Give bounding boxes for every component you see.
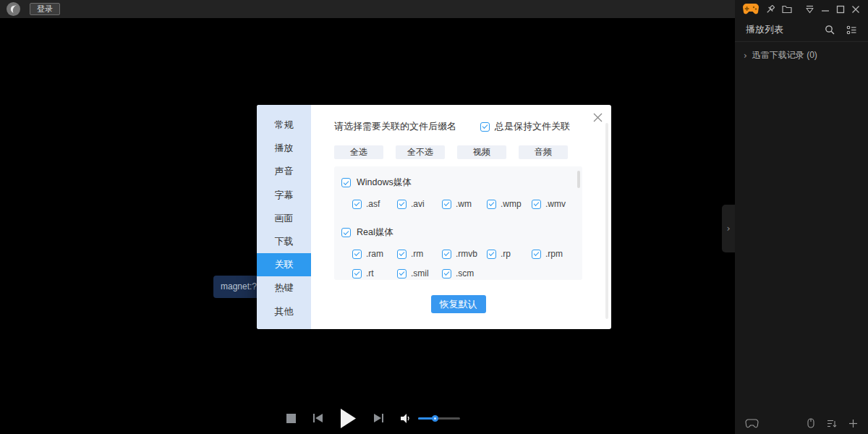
extension-label: .wm xyxy=(456,199,472,209)
dialog-tab-下载[interactable]: 下载 xyxy=(257,230,311,253)
filter-button-视频[interactable]: 视频 xyxy=(457,145,506,159)
extension-item[interactable]: .rpm xyxy=(532,249,576,259)
checkbox-checked-icon[interactable] xyxy=(532,200,541,209)
extension-item[interactable]: .asf xyxy=(352,199,397,209)
mouse-button[interactable] xyxy=(805,417,817,429)
pin-button[interactable] xyxy=(765,4,775,15)
checkbox-checked-icon[interactable] xyxy=(352,200,362,209)
dialog-tab-其他[interactable]: 其他 xyxy=(257,300,311,323)
extension-item[interactable]: .wmv xyxy=(532,199,576,209)
filter-button-音频[interactable]: 音频 xyxy=(519,145,568,159)
dialog-tab-画面[interactable]: 画面 xyxy=(257,207,311,230)
close-window-button[interactable] xyxy=(851,4,860,15)
gamepad-outline-icon xyxy=(745,419,759,428)
panel-collapse-handle[interactable]: › xyxy=(722,205,735,252)
extension-item[interactable]: .wmp xyxy=(487,199,532,209)
folder-button[interactable] xyxy=(782,4,792,15)
skin-menu-button[interactable] xyxy=(805,4,814,15)
extension-item[interactable]: .rm xyxy=(397,249,442,259)
group-checkbox-row[interactable]: Real媒体 xyxy=(341,226,575,239)
minimize-button[interactable] xyxy=(821,4,830,15)
login-button[interactable]: 登录 xyxy=(30,3,60,15)
extension-label: .rmvb xyxy=(456,249,477,259)
group-label: Real媒体 xyxy=(357,226,393,239)
group-checkbox-row[interactable]: Windows媒体 xyxy=(341,176,575,189)
extension-item[interactable]: .scm xyxy=(442,268,487,278)
checkbox-checked-icon[interactable] xyxy=(442,250,451,259)
gamepad-icon xyxy=(743,4,759,14)
group-label: Windows媒体 xyxy=(357,176,412,189)
play-icon xyxy=(341,409,356,428)
checkbox-checked-icon[interactable] xyxy=(480,122,490,132)
game-center-button[interactable] xyxy=(744,417,759,429)
footer-actions xyxy=(805,417,859,429)
volume-icon xyxy=(401,414,412,423)
stop-button[interactable] xyxy=(286,414,296,423)
extension-item[interactable]: .ram xyxy=(352,249,397,259)
dialog-tab-关联[interactable]: 关联 xyxy=(257,253,311,276)
search-icon xyxy=(825,25,835,35)
stop-icon xyxy=(286,414,296,423)
checkbox-checked-icon[interactable] xyxy=(341,178,351,187)
maximize-icon xyxy=(836,5,845,14)
extension-item[interactable]: .smil xyxy=(397,268,442,278)
keep-association-checkbox-row[interactable]: 总是保持文件关联 xyxy=(480,120,570,133)
checkbox-checked-icon[interactable] xyxy=(397,269,407,278)
dialog-tab-播放[interactable]: 播放 xyxy=(257,137,311,160)
extension-label: .wmv xyxy=(545,199,566,209)
volume-slider-handle[interactable] xyxy=(432,415,438,422)
list-scrollbar[interactable] xyxy=(577,171,580,188)
extension-item[interactable]: .rp xyxy=(487,249,532,259)
next-button[interactable] xyxy=(373,413,383,423)
previous-button[interactable] xyxy=(313,413,323,423)
checkbox-checked-icon[interactable] xyxy=(352,250,362,259)
pin-icon xyxy=(765,4,775,14)
extension-item[interactable]: .rmvb xyxy=(442,249,487,259)
download-record-row[interactable]: › 迅雷下载记录 (0) xyxy=(735,42,868,69)
extension-group: Real媒体.ram.rm.rmvb.rp.rpm.rt.smil.scm xyxy=(341,226,575,278)
checkbox-checked-icon[interactable] xyxy=(397,250,407,259)
avatar[interactable] xyxy=(7,2,20,16)
extension-label: .smil xyxy=(411,268,429,278)
checkbox-checked-icon[interactable] xyxy=(397,200,407,209)
checkbox-checked-icon[interactable] xyxy=(442,269,451,278)
filter-button-全不选[interactable]: 全不选 xyxy=(396,145,445,159)
folder-icon xyxy=(782,5,792,14)
checkbox-checked-icon[interactable] xyxy=(532,250,541,259)
dialog-tab-热键[interactable]: 热键 xyxy=(257,276,311,299)
playlist-mode-button[interactable] xyxy=(846,24,857,35)
search-button[interactable] xyxy=(824,24,835,35)
volume-mute-button[interactable] xyxy=(401,414,412,423)
extension-item[interactable]: .avi xyxy=(397,199,442,209)
minimize-icon xyxy=(821,5,830,14)
dialog-scrollbar[interactable] xyxy=(605,123,608,319)
panel-titlebar xyxy=(735,0,868,18)
add-button[interactable] xyxy=(847,417,859,429)
playlist-panel: 播放列表 › 迅雷下载记录 (0) xyxy=(735,0,868,434)
checkbox-checked-icon[interactable] xyxy=(352,269,362,278)
extension-label: .rpm xyxy=(545,249,563,259)
extension-label: .rt xyxy=(366,268,374,278)
checkbox-checked-icon[interactable] xyxy=(487,200,496,209)
dialog-tab-常规[interactable]: 常规 xyxy=(257,114,311,137)
maximize-button[interactable] xyxy=(836,4,845,15)
sort-icon xyxy=(827,419,837,428)
sort-button[interactable] xyxy=(826,417,838,429)
extension-label: .wmp xyxy=(501,199,522,209)
checkbox-checked-icon[interactable] xyxy=(442,200,451,209)
volume-slider[interactable] xyxy=(418,417,460,420)
checkbox-checked-icon[interactable] xyxy=(487,250,496,259)
volume-control xyxy=(401,414,460,423)
checkbox-checked-icon[interactable] xyxy=(341,228,351,237)
play-button[interactable] xyxy=(341,409,356,428)
filter-button-全选[interactable]: 全选 xyxy=(334,145,383,159)
gamepad-button[interactable] xyxy=(743,4,759,15)
dialog-tab-字幕[interactable]: 字幕 xyxy=(257,184,311,207)
restore-default-button[interactable]: 恢复默认 xyxy=(431,295,486,313)
dialog-tab-声音[interactable]: 声音 xyxy=(257,160,311,183)
extension-item[interactable]: .wm xyxy=(442,199,487,209)
extension-item[interactable]: .rt xyxy=(352,268,397,278)
extension-grid: .asf.avi.wm.wmp.wmv xyxy=(352,199,575,209)
download-record-label: 迅雷下载记录 (0) xyxy=(752,49,817,61)
extension-label: .ram xyxy=(366,249,383,259)
